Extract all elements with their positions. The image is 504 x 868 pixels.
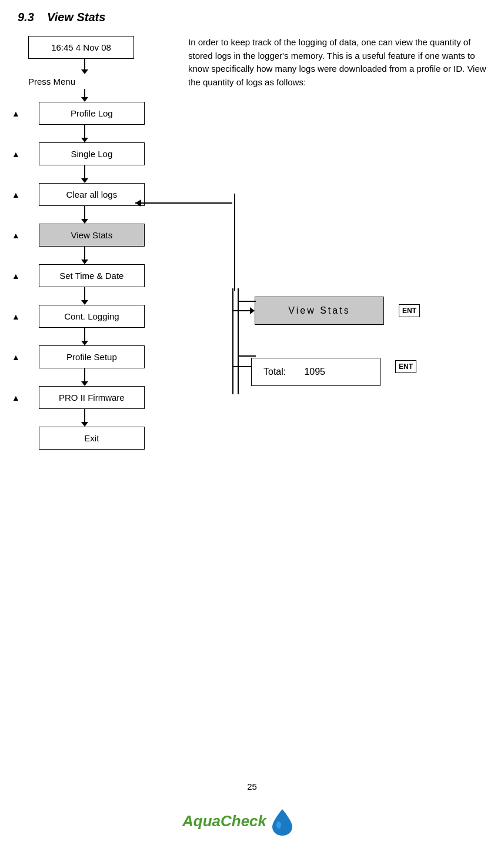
flow-item-single-log: ▲ Single Log: [12, 142, 145, 165]
flow-label-single-log: Single Log: [71, 149, 112, 159]
page-number: 25: [247, 781, 257, 791]
flow-box-exit: Exit: [39, 427, 145, 450]
total-display-box: Total: 1095: [251, 358, 380, 386]
diagram-vertical-connector: [232, 288, 256, 406]
flow-label-profile-log: Profile Log: [71, 108, 113, 118]
flow-box-set-time-date: Set Time & Date: [39, 264, 145, 287]
marker-clear-all-logs: ▲: [12, 190, 20, 199]
logo-area: AquaCheck: [182, 806, 296, 836]
ent-button-1: ENT: [399, 304, 420, 317]
flow-item-clear-all-logs: ▲ Clear all logs: [12, 183, 145, 206]
total-label: Total:: [263, 367, 286, 377]
flow-label-cont-logging: Cont. Logging: [64, 311, 119, 321]
flow-box-profile-log: Profile Log: [39, 102, 145, 125]
flow-box-view-stats: View Stats: [39, 224, 145, 247]
marker-profile-log: ▲: [12, 109, 20, 118]
total-value: 1095: [304, 367, 325, 377]
flow-box-pro-firmware: PRO II Firmware: [39, 386, 145, 409]
date-box: 16:45 4 Nov 08: [28, 36, 134, 59]
logo-drop-icon: [269, 806, 296, 836]
marker-pro-firmware: ▲: [12, 393, 20, 403]
flow-label-pro-firmware: PRO II Firmware: [59, 393, 125, 403]
ent-label-1: ENT: [402, 307, 416, 315]
flow-item-view-stats: ▲ View Stats: [12, 224, 145, 247]
flow-item-cont-logging: ▲ Cont. Logging: [12, 305, 145, 328]
logo-text: AquaCheck: [182, 812, 266, 830]
marker-profile-setup: ▲: [12, 352, 20, 362]
marker-cont-logging: ▲: [12, 312, 20, 321]
ent-label-2: ENT: [399, 363, 413, 371]
flow-label-clear-all-logs: Clear all logs: [66, 189, 118, 199]
flow-item-set-time-date: ▲ Set Time & Date: [12, 264, 145, 287]
flow-box-clear-all-logs: Clear all logs: [39, 183, 145, 206]
ent-button-2: ENT: [395, 360, 416, 373]
marker-single-log: ▲: [12, 149, 20, 159]
press-menu-text: Press Menu: [28, 77, 75, 87]
view-stats-display-box: View Stats: [255, 297, 384, 325]
flow-label-set-time-date: Set Time & Date: [59, 271, 124, 281]
flow-item-profile-log: ▲ Profile Log: [12, 102, 145, 125]
flow-item-exit: ▲ Exit: [12, 427, 145, 450]
date-value: 16:45 4 Nov 08: [51, 42, 111, 52]
press-menu-label: Press Menu: [28, 77, 75, 87]
marker-view-stats: ▲: [12, 231, 20, 240]
marker-set-time-date: ▲: [12, 271, 20, 281]
flow-label-exit: Exit: [84, 433, 99, 443]
section-title: 9.3 View Stats: [0, 0, 504, 30]
flow-item-pro-firmware: ▲ PRO II Firmware: [12, 386, 145, 409]
flow-label-profile-setup: Profile Setup: [66, 352, 117, 362]
flow-box-cont-logging: Cont. Logging: [39, 305, 145, 328]
page-number-area: 25: [247, 781, 257, 791]
section-heading: View Stats: [47, 11, 105, 24]
flow-label-view-stats: View Stats: [71, 230, 113, 240]
svg-marker-1: [135, 199, 141, 207]
flow-item-profile-setup: ▲ Profile Setup: [12, 345, 145, 368]
svg-point-6: [276, 822, 281, 829]
section-number: 9.3: [18, 11, 34, 24]
flow-box-single-log: Single Log: [39, 142, 145, 165]
back-connector-vertical: [232, 194, 238, 291]
flow-column: 16:45 4 Nov 08 Press Menu ▲ Profile Log: [12, 36, 171, 450]
view-stats-display-label: View Stats: [288, 305, 350, 315]
flow-box-profile-setup: Profile Setup: [39, 345, 145, 368]
description-text: In order to keep track of the logging of…: [188, 36, 492, 89]
